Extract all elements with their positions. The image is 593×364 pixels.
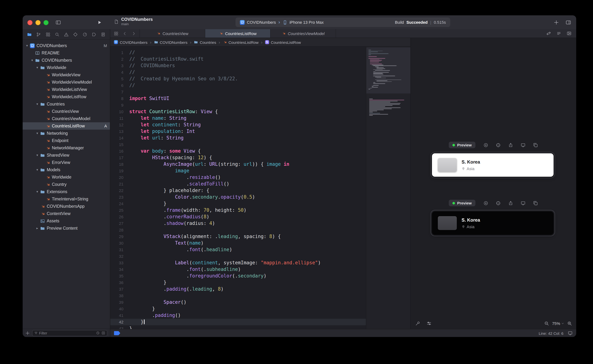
line-number[interactable]: 7: [110, 89, 129, 95]
disclosure-triangle-icon[interactable]: ▾: [35, 153, 39, 157]
code-line[interactable]: 29 VStack(alignment: .leading, spacing: …: [110, 233, 366, 240]
line-number[interactable]: 5: [110, 76, 129, 82]
editor-display-icon[interactable]: [568, 331, 573, 336]
filter-field[interactable]: Filter: [32, 330, 107, 336]
line-number[interactable]: 2: [110, 56, 129, 62]
tree-item[interactable]: WorldwideView: [23, 71, 110, 78]
line-number[interactable]: 17: [110, 155, 129, 161]
code-line[interactable]: 39 Spacer(): [110, 299, 366, 306]
code-line[interactable]: 18 AsyncImage(url: URL(string: url)) { i…: [110, 161, 366, 168]
tree-item[interactable]: Worldwide: [23, 173, 110, 181]
tree-item[interactable]: COVIDNumbersApp: [23, 203, 110, 210]
preview-duplicate-button[interactable]: [533, 201, 538, 205]
minimap[interactable]: [366, 47, 411, 329]
code-line[interactable]: 20 .resizable(): [110, 174, 366, 181]
line-number[interactable]: 25: [110, 207, 129, 214]
code-line[interactable]: 15: [110, 141, 366, 148]
code-line[interactable]: 35 .foregroundColor(.secondary): [110, 273, 366, 279]
tree-item[interactable]: ContentView: [23, 210, 110, 217]
line-number[interactable]: 8: [110, 95, 129, 102]
toggle-navigator-button[interactable]: [56, 15, 61, 29]
tree-item[interactable]: WorldwideListRow: [23, 93, 110, 100]
breadcrumb-item[interactable]: COVIDNumbers: [154, 40, 188, 44]
tree-item[interactable]: Country: [23, 181, 110, 188]
code-line[interactable]: 43}: [110, 325, 366, 329]
line-number[interactable]: 1: [110, 49, 129, 56]
preview-duplicate-button[interactable]: [533, 143, 538, 147]
close-window-button[interactable]: [27, 20, 33, 25]
line-number[interactable]: 40: [110, 306, 129, 312]
tree-item[interactable]: NetworkManager: [23, 144, 110, 151]
preview-play-button[interactable]: [483, 201, 488, 205]
code-line[interactable]: 23 Color.secondary.opacity(0.5): [110, 194, 366, 201]
code-line[interactable]: 38: [110, 292, 366, 299]
navigator-tab-symbols[interactable]: [46, 32, 50, 37]
tree-item[interactable]: ▾SharedView: [23, 151, 110, 159]
code-line[interactable]: 25 .frame(width: 70, height: 50): [110, 207, 366, 214]
code-line[interactable]: 31 .font(.headline): [110, 247, 366, 253]
destination-name[interactable]: iPhone 13 Pro Max: [290, 20, 324, 25]
navigator-tab-source-control[interactable]: [36, 32, 41, 37]
library-add-button[interactable]: [554, 20, 559, 25]
preview-share-button[interactable]: [508, 201, 513, 205]
code-line[interactable]: 12 let continent: String: [110, 122, 366, 128]
zoom-window-button[interactable]: [43, 20, 49, 25]
line-number[interactable]: 6: [110, 82, 129, 89]
tree-item[interactable]: ▾Countries: [23, 100, 110, 108]
line-number[interactable]: 39: [110, 299, 129, 306]
line-number[interactable]: 9: [110, 102, 129, 108]
disclosure-triangle-icon[interactable]: ▾: [35, 168, 39, 172]
breadcrumb-item[interactable]: CountriesListRow: [222, 40, 259, 44]
preview-mode-button[interactable]: Preview: [449, 142, 475, 148]
forward-button[interactable]: [131, 31, 136, 36]
scm-status-filter-icon[interactable]: [102, 331, 105, 335]
code-line[interactable]: 6//: [110, 82, 366, 89]
tree-item[interactable]: WorldwideListView: [23, 86, 110, 93]
code-line[interactable]: 27 .shadow(radius: 4): [110, 220, 366, 227]
zoom-in-button[interactable]: [567, 321, 572, 326]
disclosure-triangle-icon[interactable]: ▾: [35, 66, 39, 69]
tree-item[interactable]: CountriesViewModel: [23, 115, 110, 122]
preview-share-button[interactable]: [508, 143, 513, 147]
line-number[interactable]: 28: [110, 227, 129, 233]
code-line[interactable]: 16 var body: some View {: [110, 148, 366, 155]
code-line[interactable]: 34 .font(.subheadline): [110, 266, 366, 273]
code-line[interactable]: 41 .padding(): [110, 312, 366, 319]
code-line[interactable]: 33 Label(continent, systemImage: "mappin…: [110, 260, 366, 266]
line-number[interactable]: 24: [110, 201, 129, 207]
tree-item[interactable]: ▾Extensions: [23, 188, 110, 195]
disclosure-triangle-icon[interactable]: ▸: [35, 226, 39, 230]
recent-files-filter-icon[interactable]: [96, 331, 100, 335]
breadcrumb-item[interactable]: Countries: [194, 40, 216, 44]
code-line[interactable]: 11 let name: String: [110, 115, 366, 122]
line-number[interactable]: 42: [110, 319, 129, 325]
preview-play-button[interactable]: [483, 143, 488, 147]
line-number[interactable]: 16: [110, 148, 129, 155]
line-number[interactable]: 19: [110, 168, 129, 174]
preview-mode-button[interactable]: Preview: [449, 200, 475, 206]
code-line[interactable]: 5// Created by Hyeonmin Seo on 3/8/22.: [110, 76, 366, 82]
code-line[interactable]: 13 let population: Int: [110, 128, 366, 135]
code-line[interactable]: 7: [110, 89, 366, 95]
pin-preview-button[interactable]: [415, 321, 420, 326]
add-file-button[interactable]: [25, 331, 30, 335]
code-line[interactable]: 28: [110, 227, 366, 233]
navigator-tab-breakpoints[interactable]: [92, 32, 96, 37]
line-number[interactable]: 20: [110, 174, 129, 181]
code-line[interactable]: 3// COVIDNumbers: [110, 62, 366, 69]
line-number[interactable]: 31: [110, 247, 129, 253]
add-editor-button[interactable]: [567, 31, 572, 36]
line-number[interactable]: 33: [110, 260, 129, 266]
code-line[interactable]: 42 }: [110, 319, 366, 325]
code-line[interactable]: 19 image: [110, 168, 366, 174]
navigator-tab-debug[interactable]: [82, 32, 87, 37]
breadcrumb-item[interactable]: COVIDNumbers: [114, 40, 148, 44]
tree-item[interactable]: ▾COVIDNumbers: [23, 57, 110, 64]
code-line[interactable]: 36 }: [110, 279, 366, 286]
line-number[interactable]: 37: [110, 286, 129, 292]
navigator-tab-tests[interactable]: [73, 32, 78, 37]
editor-options-button[interactable]: [556, 31, 561, 36]
line-number[interactable]: 36: [110, 279, 129, 286]
editor-layout-button[interactable]: [566, 20, 571, 25]
disclosure-triangle-icon[interactable]: ▾: [35, 131, 39, 135]
